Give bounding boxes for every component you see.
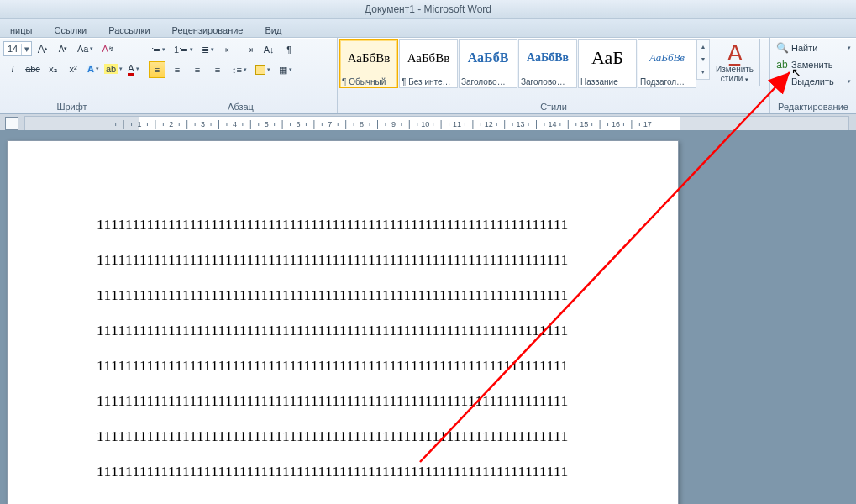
style-preview: АаБбВв	[407, 40, 450, 76]
group-label-paragraph: Абзац	[148, 102, 333, 113]
find-button[interactable]: 🔍 Найти ▾	[774, 39, 853, 56]
replace-icon: ab	[775, 58, 789, 71]
svg-text:1: 1	[137, 120, 141, 129]
sort-button[interactable]: A↓	[260, 41, 277, 58]
style-item-1[interactable]: АаБбВв¶ Без инте…	[399, 39, 458, 88]
document-paragraph[interactable]: 1111111111111111111111111111111111111111…	[97, 207, 611, 489]
window-title: Документ1 - Microsoft Word	[365, 0, 491, 18]
style-item-2[interactable]: АаБбВЗаголово…	[459, 39, 517, 88]
svg-text:5: 5	[265, 120, 269, 129]
shading-button[interactable]: ▾	[253, 61, 273, 78]
svg-text:16: 16	[612, 120, 620, 129]
scroll-up-icon[interactable]: ▲	[697, 40, 709, 53]
style-item-0[interactable]: АаБбВв¶ Обычный	[339, 39, 398, 88]
subscript-button[interactable]: x₂	[45, 60, 61, 77]
titlebar: Документ1 - Microsoft Word	[0, 0, 856, 19]
svg-text:6: 6	[296, 120, 300, 129]
style-name: ¶ Без инте…	[400, 76, 457, 87]
group-styles: АаБбВв¶ ОбычныйАаБбВв¶ Без инте…АаБбВЗаг…	[338, 38, 770, 113]
align-justify-button[interactable]: ≡	[209, 61, 226, 78]
font-color-button[interactable]: A▾	[125, 60, 142, 77]
style-name: ¶ Обычный	[340, 76, 397, 87]
grow-font-button[interactable]: A▴	[34, 40, 51, 57]
horizontal-ruler[interactable]: 1234567891011121314151617	[24, 116, 849, 131]
style-preview: АаБбВ	[468, 40, 509, 76]
change-styles-label2: стили ▾	[721, 74, 748, 84]
italic-button[interactable]: I	[4, 60, 21, 77]
style-preview: АаБ	[591, 40, 623, 76]
tab-references[interactable]: Ссылки	[49, 24, 92, 37]
svg-text:14: 14	[548, 120, 556, 129]
expand-gallery-icon[interactable]: ▾	[697, 66, 709, 79]
style-preview: АаБбВв	[649, 40, 685, 76]
style-name: Название	[579, 76, 636, 87]
svg-text:7: 7	[328, 120, 332, 129]
find-label: Найти	[791, 43, 817, 53]
replace-button[interactable]: ab Заменить	[774, 56, 853, 73]
binoculars-icon: 🔍	[775, 41, 789, 55]
select-button[interactable]: ↖ Выделить ▾	[774, 73, 853, 90]
dropdown-arrow-icon: ▾	[21, 44, 31, 55]
change-styles-button[interactable]: A̲ Изменить стили ▾	[710, 39, 760, 86]
clear-formatting-button[interactable]: A↯	[99, 40, 116, 57]
svg-text:8: 8	[360, 120, 364, 129]
document-area[interactable]: 1111111111111111111111111111111111111111…	[0, 130, 856, 504]
group-font: 14 ▾ A▴ A▾ Aa▾ A↯ I abc x₂ x² A▾ ab▾ A▾ …	[0, 38, 144, 113]
replace-label: Заменить	[791, 60, 832, 70]
decrease-indent-button[interactable]: ⇤	[220, 41, 237, 58]
svg-text:4: 4	[233, 120, 237, 129]
text-effects-button[interactable]: A▾	[85, 60, 102, 77]
change-case-button[interactable]: Aa▾	[75, 40, 96, 57]
page[interactable]: 1111111111111111111111111111111111111111…	[7, 140, 679, 504]
style-name: Заголово…	[519, 76, 576, 87]
svg-text:17: 17	[643, 120, 652, 129]
svg-text:11: 11	[453, 120, 461, 129]
change-styles-icon: A̲	[727, 41, 743, 65]
style-item-5[interactable]: АаБбВвПодзагол…	[638, 39, 696, 88]
show-marks-button[interactable]: ¶	[281, 41, 297, 58]
font-size-combo[interactable]: 14 ▾	[3, 41, 32, 56]
shrink-font-button[interactable]: A▾	[55, 40, 71, 57]
style-preview: АаБбВв	[527, 40, 569, 76]
align-left-button[interactable]: ≡	[149, 61, 165, 78]
style-item-4[interactable]: АаБНазвание	[578, 39, 637, 88]
select-label: Выделить	[791, 76, 834, 87]
style-gallery-more[interactable]: ▲ ▼ ▾	[696, 39, 710, 80]
highlight-button[interactable]: ab▾	[105, 60, 122, 77]
font-size-value: 14	[4, 44, 21, 54]
svg-text:2: 2	[169, 120, 173, 129]
tab-view[interactable]: Вид	[260, 24, 287, 37]
svg-text:3: 3	[201, 120, 205, 129]
svg-text:13: 13	[517, 120, 525, 129]
group-label-editing: Редактирование	[774, 102, 853, 113]
ribbon: 14 ▾ A▴ A▾ Aa▾ A↯ I abc x₂ x² A▾ ab▾ A▾ …	[0, 38, 856, 114]
style-item-3[interactable]: АаБбВвЗаголово…	[518, 39, 577, 88]
svg-text:9: 9	[391, 120, 396, 129]
style-gallery[interactable]: АаБбВв¶ ОбычныйАаБбВв¶ Без инте…АаБбВЗаг…	[339, 39, 696, 90]
borders-button[interactable]: ▦▾	[276, 61, 295, 78]
tab-pages[interactable]: ницы	[5, 24, 37, 37]
group-editing: 🔍 Найти ▾ ab Заменить ↖ Выделить ▾ Редак…	[770, 38, 856, 113]
multilevel-list-button[interactable]: ≣▾	[199, 41, 217, 58]
style-preview: АаБбВв	[348, 40, 391, 76]
svg-text:10: 10	[421, 120, 429, 129]
align-right-button[interactable]: ≡	[189, 61, 206, 78]
bullets-button[interactable]: ≔▾	[149, 41, 168, 58]
ribbon-tabs: ницы Ссылки Рассылки Рецензирование Вид	[0, 19, 856, 38]
increase-indent-button[interactable]: ⇥	[240, 41, 257, 58]
tab-mailings[interactable]: Рассылки	[103, 24, 155, 37]
line-spacing-button[interactable]: ↕≡▾	[229, 61, 249, 78]
tab-review[interactable]: Рецензирование	[167, 24, 249, 37]
style-name: Подзагол…	[638, 76, 696, 87]
cursor-icon: ↖	[775, 75, 789, 88]
strike-button[interactable]: abc	[24, 60, 41, 77]
change-styles-label1: Изменить	[716, 65, 754, 74]
svg-text:15: 15	[580, 120, 588, 129]
group-paragraph: ≔▾ 1≔▾ ≣▾ ⇤ ⇥ A↓ ¶ ≡ ≡ ≡ ≡ ↕≡▾ ▾ ▦▾ Абза…	[144, 38, 338, 113]
superscript-button[interactable]: x²	[65, 60, 81, 77]
scroll-down-icon[interactable]: ▼	[697, 53, 709, 66]
style-name: Заголово…	[460, 76, 517, 87]
numbering-button[interactable]: 1≔▾	[171, 41, 196, 58]
group-label-font: Шрифт	[3, 102, 140, 113]
align-center-button[interactable]: ≡	[169, 61, 186, 78]
